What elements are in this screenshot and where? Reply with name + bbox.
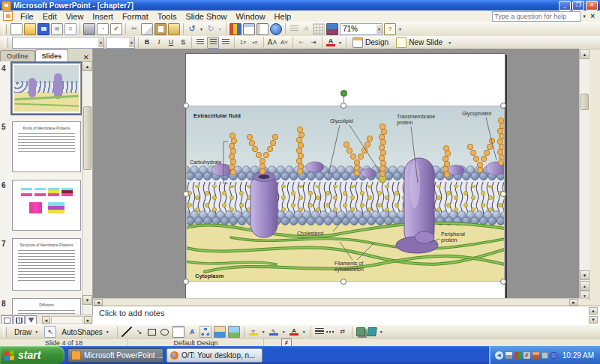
fill-color-dropdown-icon[interactable]: ▼	[261, 330, 266, 334]
menu-help[interactable]: Help	[270, 11, 296, 22]
undo-icon[interactable]: ↺	[187, 24, 197, 34]
shadow-text-icon[interactable]: S	[178, 37, 188, 48]
3d-style-icon[interactable]	[367, 327, 377, 336]
menu-view[interactable]: View	[62, 11, 88, 22]
scroll-down-icon[interactable]: ▼	[580, 270, 590, 280]
resize-handle-top-mid[interactable]	[340, 103, 346, 109]
slide-thumbnail-7[interactable]: 7 Structure of Membrane Proteins	[0, 238, 82, 294]
toolbar-grip[interactable]	[4, 37, 8, 48]
minimize-button[interactable]: _	[559, 1, 571, 10]
slide-thumbnail-8[interactable]: 8 Diffusion	[0, 298, 82, 315]
align-right-icon[interactable]	[220, 37, 231, 48]
start-button[interactable]: start	[0, 346, 64, 364]
close-pane-icon[interactable]: ✕	[80, 53, 92, 61]
scrollbar-thumb[interactable]	[580, 94, 589, 110]
tray-icon-4[interactable]	[532, 352, 539, 359]
wordart-icon[interactable]: A	[186, 326, 198, 338]
menu-file[interactable]: File	[16, 11, 38, 22]
rectangle-icon[interactable]	[147, 327, 158, 337]
numbering-icon[interactable]: 1≡	[238, 37, 248, 48]
resize-handle-mid-left[interactable]	[183, 191, 189, 197]
close-presentation-icon[interactable]: ×	[588, 12, 597, 20]
decrease-indent-icon[interactable]: ⇤	[296, 37, 307, 48]
align-left-icon[interactable]	[195, 37, 206, 48]
tray-icon-3[interactable]: ✗	[524, 352, 530, 359]
show-formatting-icon[interactable]: A	[301, 24, 311, 34]
pane-hscrollbar[interactable]	[51, 316, 83, 324]
task-powerpoint[interactable]: Microsoft PowerPoint ...	[68, 348, 164, 363]
redo-icon[interactable]: ↻	[206, 24, 216, 34]
arrow-style-icon[interactable]: ⇄	[338, 327, 348, 337]
slide-thumbnail-5[interactable]: 5 Kinds of Membrane Proteins	[0, 121, 82, 175]
scroll-left-icon[interactable]: ◄	[94, 299, 103, 306]
align-center-icon[interactable]	[207, 37, 219, 49]
grid-guides-icon[interactable]	[313, 23, 325, 35]
bold-icon[interactable]: B	[142, 37, 152, 48]
editor-vscrollbar[interactable]: ▲ ▼ ▲▲ ▼▼	[579, 49, 590, 298]
font-color-icon[interactable]: A	[326, 37, 336, 48]
scroll-right-icon[interactable]: ►	[569, 299, 578, 306]
insert-chart-icon[interactable]	[230, 23, 242, 35]
hide-tray-icons-icon[interactable]: ◄	[495, 351, 503, 360]
print-icon[interactable]	[83, 23, 95, 35]
font-color-icon[interactable]: A	[289, 327, 299, 337]
expand-all-icon[interactable]	[289, 24, 299, 34]
scroll-down-icon[interactable]: ▼	[82, 295, 92, 305]
zoom-dropdown-icon[interactable]: ▼	[376, 25, 382, 34]
resize-handle-top-right[interactable]	[500, 103, 506, 109]
line-style-icon[interactable]	[315, 328, 324, 336]
tables-borders-icon[interactable]	[256, 23, 268, 35]
pane-scroll-right-icon[interactable]: ►	[84, 316, 92, 324]
menu-format[interactable]: Format	[118, 11, 153, 22]
help-dropdown-icon[interactable]: ▼	[582, 14, 586, 19]
scroll-up-icon[interactable]: ▲	[82, 61, 92, 71]
notes-panel[interactable]: Click to add notes ▲ ▼	[93, 306, 600, 325]
toolbar-grip[interactable]	[3, 24, 7, 34]
font-name-combobox[interactable]: ▼	[12, 37, 104, 49]
color-grayscale-icon[interactable]	[326, 23, 338, 35]
resize-handle-mid-right[interactable]	[500, 191, 506, 197]
oval-icon[interactable]	[160, 327, 170, 337]
resize-handle-bottom-mid[interactable]	[340, 279, 346, 285]
tray-icon-5[interactable]	[542, 352, 548, 359]
arrow-icon[interactable]: ↘	[134, 327, 145, 337]
font-color-dropdown-icon[interactable]: ▼	[338, 40, 343, 45]
design-button[interactable]: Design	[350, 37, 392, 48]
tab-slides[interactable]: Slides	[35, 49, 69, 61]
spelling-icon[interactable]: ✓	[110, 23, 122, 35]
scroll-up-icon[interactable]: ▲	[589, 307, 598, 315]
task-browser[interactable]: O/T: Your desktop, n...	[166, 348, 262, 363]
resize-handle-top-left[interactable]	[183, 103, 189, 109]
redo-dropdown-icon[interactable]: ▼	[218, 27, 223, 31]
tray-icon-2[interactable]	[514, 352, 521, 359]
pane-scroll-left-icon[interactable]: ◄	[42, 316, 50, 324]
clip-art-icon[interactable]	[214, 326, 226, 338]
fill-color-icon[interactable]: 🜄	[248, 327, 259, 337]
scrollbar-thumb[interactable]	[83, 106, 92, 170]
draw-menu-button[interactable]: Draw▼	[11, 327, 42, 338]
scroll-down-icon[interactable]: ▼	[589, 316, 598, 324]
save-icon[interactable]	[38, 23, 50, 35]
insert-table-icon[interactable]	[243, 23, 255, 35]
menu-tools[interactable]: Tools	[153, 11, 182, 22]
notes-placeholder[interactable]: Click to add notes	[93, 306, 600, 318]
tray-icon-6[interactable]	[550, 352, 557, 359]
document-icon[interactable]	[3, 11, 13, 21]
line-color-icon[interactable]: ✎	[268, 327, 279, 337]
slide-thumbnail-6[interactable]: 6	[0, 180, 82, 234]
paste-icon[interactable]	[154, 23, 166, 35]
italic-icon[interactable]: I	[154, 37, 164, 48]
toolbar-options-icon[interactable]: ▼	[398, 27, 403, 31]
membrane-diagram-image[interactable]: Extracellular fluid Carbohydrate Glycoli…	[186, 106, 505, 282]
search-icon[interactable]: ○	[64, 23, 76, 35]
dash-style-icon[interactable]	[326, 331, 335, 333]
print-preview-icon[interactable]: ◔	[97, 23, 109, 35]
new-slide-button[interactable]: New Slide	[393, 37, 446, 48]
undo-dropdown-icon[interactable]: ▼	[199, 27, 204, 31]
increase-indent-icon[interactable]: ⇥	[308, 37, 319, 48]
cut-icon[interactable]: ✂	[129, 24, 140, 34]
slide-canvas[interactable]: Extracellular fluid Carbohydrate Glycoli…	[185, 53, 506, 299]
menu-slide-show[interactable]: Slide Show	[181, 11, 231, 22]
help-icon[interactable]: ?	[384, 23, 396, 35]
thumbnails-scrollbar[interactable]: ▲ ▼	[82, 61, 92, 315]
